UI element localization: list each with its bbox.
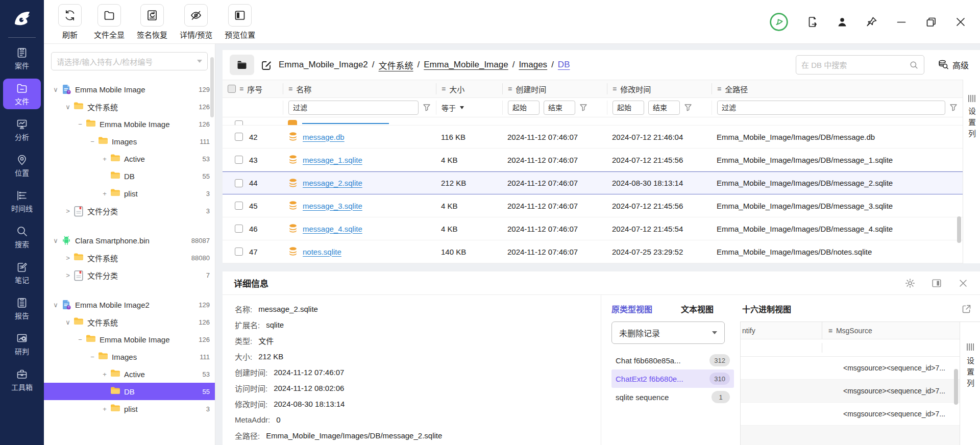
maximize-icon[interactable] <box>925 16 937 28</box>
tree-node[interactable]: ∨ ? Emma Mobile Image2 129 <box>44 296 215 313</box>
user-icon[interactable] <box>836 16 848 28</box>
row-checkbox[interactable] <box>235 202 243 210</box>
name-filter-input[interactable] <box>288 101 419 115</box>
expander-icon[interactable]: − <box>76 336 85 343</box>
sidebar-item-notes[interactable]: 笔记 <box>3 257 41 288</box>
breadcrumb-link[interactable]: Images <box>519 60 547 70</box>
close-icon[interactable] <box>954 16 967 28</box>
file-row[interactable]: 45 message_3.sqlite 4 KB 2024-11-12 07:4… <box>223 194 963 217</box>
pin-icon[interactable] <box>866 16 878 28</box>
breadcrumb-link[interactable]: 文件系统 <box>379 59 413 71</box>
record-row[interactable]: <msgsource><sequence_id>7... <box>741 357 960 380</box>
path-filter-input[interactable] <box>717 101 945 115</box>
sidebar-item-location[interactable]: 位置 <box>3 150 41 181</box>
tree-node[interactable]: − Images 111 <box>44 133 215 150</box>
file-row-selected[interactable]: 44 message_2.sqlite 212 KB 2024-11-12 07… <box>223 171 963 194</box>
column-header-created[interactable]: ≡ 创建时间 <box>502 83 607 94</box>
close-icon[interactable] <box>958 278 969 289</box>
expander-icon[interactable]: − <box>76 120 85 128</box>
expander-icon[interactable]: − <box>88 353 97 361</box>
record-table-item-selected[interactable]: ChatExt2 f6b680e... 310 <box>611 369 734 388</box>
file-name-link[interactable]: message_3.sqlite <box>303 202 362 210</box>
record-row[interactable]: <msgsource><sequence_id>7... <box>741 403 960 426</box>
tree-node[interactable]: ∨ Clara Smartphone.bin 88087 <box>44 232 215 249</box>
tree-node[interactable]: > 文件系统 88080 <box>44 249 215 266</box>
table-search-input[interactable] <box>801 61 909 69</box>
column-header-name[interactable]: ≡ 名称 <box>283 83 436 94</box>
column-header-msgsource[interactable]: ≡ MsgSource <box>822 322 960 339</box>
tree-node[interactable]: + plist 3 <box>44 185 215 202</box>
sidebar-item-timeline[interactable]: 时间线 <box>3 186 41 216</box>
row-checkbox[interactable] <box>235 225 243 233</box>
refresh-button[interactable]: 刷新 <box>58 4 82 40</box>
sidebar-item-toolbox[interactable]: 工具箱 <box>3 364 41 395</box>
file-name-link[interactable]: message_2.sqlite <box>303 179 362 187</box>
tree-scrollbar[interactable] <box>210 57 214 117</box>
minimize-icon[interactable] <box>895 16 908 28</box>
tab-native-view[interactable]: 原类型视图 <box>611 303 652 315</box>
detail-preview-button[interactable]: 详情/预览 <box>180 4 212 40</box>
column-menu-icon[interactable]: ≡ <box>442 85 446 93</box>
file-row[interactable]: 43 message_1.sqlite 4 KB 2024-11-12 07:4… <box>223 149 963 171</box>
row-checkbox[interactable] <box>235 133 243 141</box>
tab-text-view[interactable]: 文本视图 <box>681 303 714 315</box>
funnel-icon[interactable] <box>684 104 692 112</box>
column-header-path[interactable]: ≡ 全路径 <box>712 83 963 94</box>
column-menu-icon[interactable]: ≡ <box>717 85 721 93</box>
column-header-modified[interactable]: ≡ 修改时间 <box>607 83 712 94</box>
expander-icon[interactable]: + <box>100 370 109 378</box>
open-external-icon[interactable] <box>961 304 972 314</box>
export-icon[interactable] <box>806 16 819 28</box>
file-name-link[interactable]: message.db <box>303 133 345 141</box>
folder-view-button[interactable] <box>230 55 254 75</box>
sidebar-item-judge[interactable]: 研判 <box>3 329 41 359</box>
column-menu-icon[interactable]: ≡ <box>612 85 617 93</box>
notification-bell-icon[interactable] <box>769 12 789 32</box>
show-all-files-button[interactable]: 文件全显 <box>94 4 125 40</box>
tree-node[interactable]: − Emma Mobile Image 126 <box>44 115 215 133</box>
expander-icon[interactable]: ∨ <box>51 86 60 93</box>
modified-start-input[interactable] <box>612 101 644 115</box>
file-name-link[interactable]: message_1.sqlite <box>303 156 362 164</box>
record-table-scrollbar[interactable] <box>954 369 958 405</box>
expander-icon[interactable]: > <box>63 207 72 215</box>
expander-icon[interactable]: ∨ <box>63 103 72 111</box>
expander-icon[interactable]: > <box>63 271 72 279</box>
expander-icon[interactable]: > <box>63 254 72 262</box>
row-checkbox[interactable] <box>235 156 243 164</box>
tree-node[interactable]: > 文件分类 7 <box>44 266 215 284</box>
gear-icon[interactable] <box>904 278 916 289</box>
tree-node[interactable]: − Emma Mobile Image 126 <box>44 331 215 348</box>
file-name-link[interactable]: notes.sqlite <box>303 248 341 256</box>
preview-position-button[interactable]: 预览位置 <box>225 4 255 40</box>
row-checkbox[interactable] <box>235 248 243 256</box>
column-header-num[interactable]: ≡ 序号 <box>223 83 283 94</box>
size-operator-select[interactable]: 等于 <box>442 103 464 113</box>
tree-node[interactable]: ∨ 文件系统 126 <box>44 313 215 331</box>
column-settings-strip[interactable]: 设置列 <box>963 80 980 263</box>
funnel-icon[interactable] <box>423 104 431 112</box>
record-filter-select[interactable]: 未删除记录 <box>611 322 725 344</box>
created-end-input[interactable] <box>544 101 575 115</box>
record-table-item[interactable]: Chat f6b680e85a... 312 <box>611 351 734 369</box>
record-row[interactable]: <msgsource><sequence_id>7... <box>741 380 960 403</box>
expander-icon[interactable]: + <box>100 405 109 413</box>
select-all-checkbox[interactable] <box>228 85 236 93</box>
tree-node[interactable]: ∨ ? Emma Mobile Image 129 <box>44 81 215 98</box>
funnel-icon[interactable] <box>949 104 958 112</box>
expander-icon[interactable]: ∨ <box>63 318 72 326</box>
tree-node-selected[interactable]: DB 55 <box>44 383 215 400</box>
column-header-identify[interactable]: ntify <box>741 322 822 339</box>
modified-end-input[interactable] <box>648 101 680 115</box>
sidebar-item-search[interactable]: 搜索 <box>3 221 41 252</box>
signature-recover-button[interactable]: 签名恢复 <box>137 4 167 40</box>
tree-node[interactable]: + plist 3 <box>44 400 215 417</box>
sidebar-item-files[interactable]: 文件 <box>3 79 41 109</box>
tree-node[interactable]: DB 55 <box>44 167 215 185</box>
breadcrumb-current[interactable]: DB <box>558 60 570 70</box>
record-table-item[interactable]: sqlite sequence 1 <box>611 388 734 406</box>
expander-icon[interactable]: + <box>100 155 109 163</box>
file-name-link[interactable]: message_4.sqlite <box>303 225 362 233</box>
column-menu-icon[interactable]: ≡ <box>508 85 512 93</box>
edit-path-button[interactable] <box>260 59 273 71</box>
